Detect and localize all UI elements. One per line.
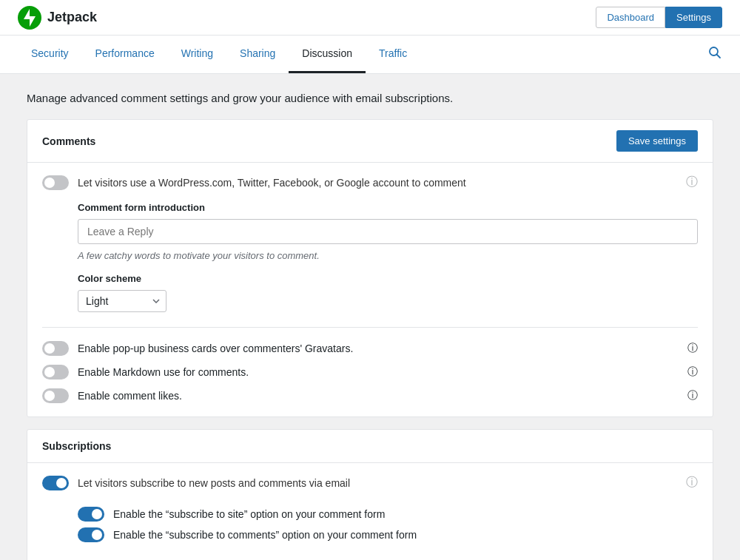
tab-sharing[interactable]: Sharing	[226, 36, 289, 73]
gravatars-toggle-row: Enable pop-up business cards over commen…	[27, 337, 713, 360]
svg-line-4	[717, 55, 721, 58]
social-login-toggle[interactable]	[42, 175, 69, 190]
social-login-toggle-left: Let visitors use a WordPress.com, Twitte…	[42, 175, 466, 190]
subscribe-toggle-row: Let visitors subscribe to new posts and …	[27, 463, 713, 502]
comment-form-section: Comment form introduction A few catchy w…	[27, 202, 713, 327]
tab-performance[interactable]: Performance	[82, 36, 168, 73]
social-login-label: Let visitors use a WordPress.com, Twitte…	[78, 177, 466, 189]
gravatars-slider	[42, 341, 69, 356]
logo-text: Jetpack	[47, 10, 97, 25]
markdown-toggle-left: Enable Markdown use for comments.	[42, 365, 249, 379]
social-login-toggle-row: Let visitors use a WordPress.com, Twitte…	[27, 163, 713, 202]
subscribe-info-icon[interactable]: ⓘ	[686, 475, 698, 490]
header: Jetpack Dashboard Settings	[0, 0, 740, 36]
comment-likes-slider	[42, 388, 69, 403]
comment-form-intro-label: Comment form introduction	[78, 202, 698, 213]
sub-items: Enable the “subscribe to site” option on…	[27, 502, 713, 560]
dashboard-button[interactable]: Dashboard	[596, 7, 665, 28]
subscriptions-card: Subscriptions Let visitors subscribe to …	[27, 429, 713, 560]
subscribe-to-site-row: Enable the “subscribe to site” option on…	[78, 507, 698, 522]
markdown-slider	[42, 365, 69, 379]
tab-discussion[interactable]: Discussion	[289, 36, 366, 73]
gravatars-toggle[interactable]	[42, 341, 69, 356]
nav-tabs: Security Performance Writing Sharing Dis…	[18, 36, 420, 73]
comment-likes-toggle-left: Enable comment likes.	[42, 388, 182, 403]
comment-form-intro-input[interactable]	[78, 219, 698, 244]
subscribe-to-site-label: Enable the “subscribe to site” option on…	[113, 508, 385, 520]
subscribe-slider	[42, 476, 69, 490]
color-scheme-select[interactable]: Light Dark Transparent Auto	[78, 290, 166, 312]
settings-button[interactable]: Settings	[665, 7, 722, 28]
tab-traffic[interactable]: Traffic	[366, 36, 420, 73]
gravatars-toggle-left: Enable pop-up business cards over commen…	[42, 341, 353, 356]
subscribe-to-site-toggle[interactable]	[78, 507, 104, 522]
comment-likes-toggle-row: Enable comment likes. ⓘ	[27, 384, 713, 408]
comment-likes-info-icon[interactable]: ⓘ	[687, 389, 698, 402]
subscribe-toggle[interactable]	[42, 476, 69, 490]
gravatars-label: Enable pop-up business cards over commen…	[78, 343, 353, 354]
comment-form-hint: A few catchy words to motivate your visi…	[78, 250, 698, 261]
markdown-toggle-row: Enable Markdown use for comments. ⓘ	[27, 360, 713, 384]
page-description: Manage advanced comment settings and gro…	[27, 92, 713, 104]
comment-likes-toggle[interactable]	[42, 388, 69, 403]
social-login-info-icon[interactable]: ⓘ	[686, 175, 698, 190]
subscribe-to-site-slider	[78, 507, 104, 522]
subscriptions-card-header: Subscriptions	[27, 430, 713, 463]
comments-card-header: Comments Save settings	[27, 120, 713, 163]
logo-area: Jetpack	[18, 6, 97, 30]
subscribe-to-comments-toggle[interactable]	[78, 527, 104, 542]
subscribe-to-comments-row: Enable the “subscribe to comments” optio…	[78, 527, 698, 542]
save-settings-button[interactable]: Save settings	[616, 130, 698, 152]
tab-writing[interactable]: Writing	[168, 36, 226, 73]
subscribe-toggle-left: Let visitors subscribe to new posts and …	[42, 476, 350, 490]
subscriptions-card-title: Subscriptions	[42, 440, 111, 452]
comment-likes-label: Enable comment likes.	[78, 390, 182, 402]
subscribe-to-comments-slider	[78, 527, 104, 542]
search-icon[interactable]	[707, 45, 722, 64]
color-scheme-label: Color scheme	[78, 273, 698, 284]
tab-security[interactable]: Security	[18, 36, 82, 73]
comments-card: Comments Save settings Let visitors use …	[27, 119, 713, 417]
social-login-slider	[42, 175, 69, 190]
markdown-label: Enable Markdown use for comments.	[78, 366, 249, 378]
jetpack-logo-icon	[18, 6, 41, 30]
nav-container: Security Performance Writing Sharing Dis…	[0, 36, 740, 74]
main-content: Manage advanced comment settings and gro…	[15, 74, 725, 560]
toggle-group: Enable pop-up business cards over commen…	[27, 328, 713, 416]
markdown-info-icon[interactable]: ⓘ	[687, 365, 698, 379]
header-buttons: Dashboard Settings	[596, 7, 722, 28]
gravatars-info-icon[interactable]: ⓘ	[687, 342, 698, 355]
subscribe-label: Let visitors subscribe to new posts and …	[78, 477, 350, 489]
comments-card-title: Comments	[42, 135, 95, 147]
subscribe-to-comments-label: Enable the “subscribe to comments” optio…	[113, 529, 417, 541]
markdown-toggle[interactable]	[42, 365, 69, 379]
